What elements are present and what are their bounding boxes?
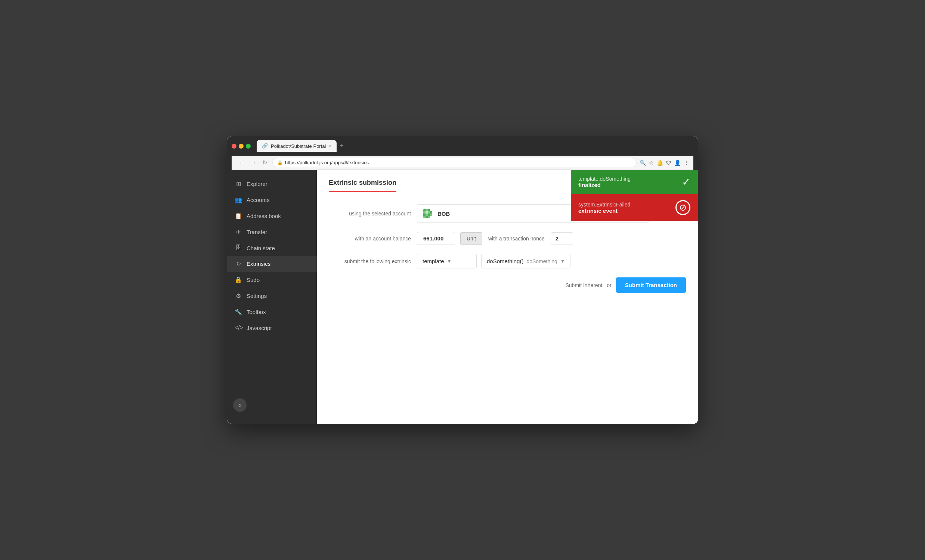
block-icon-symbol: ⊘ [679,202,687,213]
new-tab-button[interactable]: + [337,140,347,151]
maximize-window-button[interactable] [246,144,251,149]
nav-buttons: ← → ↻ [236,158,270,167]
sidebar-label-explorer: Explorer [247,181,268,187]
submit-transaction-button[interactable]: Submit Transaction [616,278,686,293]
forward-button[interactable]: → [248,158,259,167]
chain-state-icon: 🗄 [235,245,242,251]
sidebar-label-address-book: Address book [247,213,281,219]
extrinsics-icon: ↻ [235,260,242,267]
account-name: BOB [437,210,450,217]
browser-window: 🔗 Polkadot/Substrate Portal × + ← → ↻ 🔒 … [227,136,698,424]
notification-error: system.ExtrinsicFailed extrinsic event ⊘ [571,194,698,221]
svg-rect-10 [428,213,430,216]
sidebar-item-sudo[interactable]: 🔒 Sudo [227,272,317,288]
sidebar-item-transfer[interactable]: ✈ Transfer [227,224,317,240]
method-value: doSomething() [487,258,523,264]
sidebar-item-toolbox[interactable]: 🔧 Toolbox [227,304,317,320]
grid-icon: ⊞ [235,180,242,188]
sidebar-label-toolbox: Toolbox [247,309,266,315]
checkmark-icon: ✓ [682,176,690,188]
sidebar-label-extrinsics: Extrinsics [247,261,270,267]
balance-form-row: with an account balance 661.000 Unit wit… [329,232,686,245]
content-area: template.doSomething finalized ✓ system.… [317,170,698,424]
extrinsic-label: submit the following extrinsic [329,258,411,264]
back-button[interactable]: ← [236,158,247,167]
notification-success-subtitle: finalized [578,182,676,188]
notification-error-title: system.ExtrinsicFailed [578,201,669,207]
bookmark-icon[interactable]: ☆ [649,160,654,166]
address-url: https://polkadot.js.org/apps/#/extrinsic… [285,160,369,165]
svg-rect-4 [423,211,425,213]
sidebar-bottom: « [227,392,317,418]
nonce-label: with a transaction nonce [488,236,545,242]
profile-icon[interactable]: 👤 [674,160,681,166]
sidebar-label-sudo: Sudo [247,277,260,283]
sidebar-item-accounts[interactable]: 👥 Accounts [227,192,317,208]
tab-title: Polkadot/Substrate Portal [271,143,326,149]
method-sub: doSomething [526,258,557,264]
notification-success-title: template.doSomething [578,176,676,182]
sidebar: ⊞ Explorer 👥 Accounts 📋 Address book ✈ T… [227,170,317,424]
sidebar-label-javascript: Javascript [247,325,272,331]
sidebar-label-accounts: Accounts [247,197,270,203]
svg-rect-12 [423,216,425,218]
notifications-panel: template.doSomething finalized ✓ system.… [571,170,698,221]
settings-icon: ⚙ [235,292,242,299]
sidebar-item-settings[interactable]: ⚙ Settings [227,288,317,304]
svg-rect-11 [430,213,432,216]
address-book-icon: 📋 [235,212,242,219]
submit-inherent-button[interactable]: Submit Inherent [566,282,603,288]
block-icon: ⊘ [675,200,690,215]
unit-badge[interactable]: Unit [460,232,482,245]
svg-rect-13 [425,216,428,218]
identicon-svg [422,207,434,219]
svg-rect-9 [425,213,428,216]
svg-rect-1 [423,209,425,211]
nonce-value: 2 [551,232,573,245]
svg-rect-3 [428,209,430,211]
svg-rect-8 [423,213,425,216]
svg-rect-5 [425,211,428,213]
search-icon[interactable]: 🔍 [640,160,646,166]
minimize-window-button[interactable] [239,144,244,149]
sidebar-item-javascript[interactable]: </> Javascript [227,320,317,336]
sidebar-label-settings: Settings [247,293,267,299]
tabs-bar: 🔗 Polkadot/Substrate Portal × + [257,140,347,152]
menu-icon[interactable]: ⋮ [684,160,689,166]
notification-success: template.doSomething finalized ✓ [571,170,698,194]
close-window-button[interactable] [232,144,237,149]
method-dropdown-arrow-icon: ▼ [560,259,565,264]
page-title: Extrinsic submission [329,179,396,192]
avatar [422,207,434,219]
collapse-sidebar-button[interactable]: « [233,398,247,412]
sidebar-item-extrinsics[interactable]: ↻ Extrinsics [227,256,317,272]
browser-tab-active[interactable]: 🔗 Polkadot/Substrate Portal × [257,140,337,152]
sidebar-item-address-book[interactable]: 📋 Address book [227,208,317,224]
tab-close-button[interactable]: × [329,143,331,149]
svg-rect-7 [430,211,432,213]
main-content: template.doSomething finalized ✓ system.… [317,170,698,424]
sidebar-item-chain-state[interactable]: 🗄 Chain state [227,240,317,256]
sidebar-label-transfer: Transfer [247,229,267,235]
browser-toolbar-icons: 🔍 ☆ 🔔 🛡 👤 ⋮ [640,160,689,166]
sidebar-label-chain-state: Chain state [247,245,275,251]
svg-rect-14 [428,216,430,218]
toolbox-icon: 🔧 [235,308,242,315]
balance-value: 661.000 [417,232,454,245]
notification-success-text: template.doSomething finalized [578,176,676,188]
module-dropdown[interactable]: template ▼ [417,254,477,269]
extensions-icon[interactable]: 🔔 [657,160,663,166]
balance-label: with an account balance [329,236,411,242]
address-bar[interactable]: 🔒 https://polkadot.js.org/apps/#/extrins… [272,158,637,167]
address-bar-row: ← → ↻ 🔒 https://polkadot.js.org/apps/#/e… [232,156,693,170]
method-selector[interactable]: doSomething() doSomething ▼ [481,254,571,269]
refresh-button[interactable]: ↻ [260,158,270,167]
javascript-icon: </> [235,324,242,331]
svg-rect-2 [425,209,428,211]
sidebar-item-explorer[interactable]: ⊞ Explorer [227,176,317,192]
browser-chrome: 🔗 Polkadot/Substrate Portal × + ← → ↻ 🔒 … [227,136,698,170]
sudo-icon: 🔒 [235,276,242,283]
notification-error-subtitle: extrinsic event [578,207,669,214]
transfer-icon: ✈ [235,228,242,236]
shield-icon[interactable]: 🛡 [666,160,671,166]
